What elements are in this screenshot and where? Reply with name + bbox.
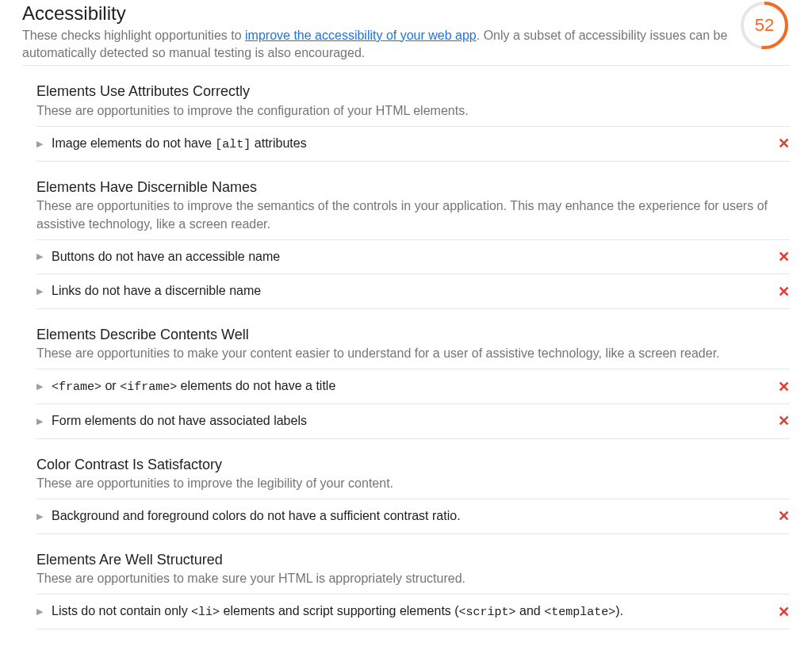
chevron-right-icon: ▶ <box>36 510 45 522</box>
audit-title: <frame> or <iframe> elements do not have… <box>52 377 335 396</box>
audit-group-header: Elements Have Discernible NamesThese are… <box>36 178 790 240</box>
audit-title: Background and foreground colors do not … <box>52 507 461 525</box>
audit-title: Links do not have a discernible name <box>52 282 261 300</box>
chevron-right-icon: ▶ <box>36 415 45 427</box>
audit-group: Elements Have Discernible NamesThese are… <box>22 178 790 309</box>
chevron-right-icon: ▶ <box>36 250 45 262</box>
audit-row[interactable]: ▶Form elements do not have associated la… <box>36 404 790 438</box>
audit-title: Image elements do not have [alt] attribu… <box>52 135 307 153</box>
fail-icon: ✕ <box>778 380 790 394</box>
page-description: These checks highlight opportunities to … <box>22 27 730 63</box>
audit-group: Color Contrast Is SatisfactoryThese are … <box>22 455 790 534</box>
chevron-right-icon: ▶ <box>36 606 45 618</box>
report-header: Accessibility These checks highlight opp… <box>22 0 790 66</box>
audit-group: Elements Are Well StructuredThese are op… <box>22 550 790 630</box>
score-value: 52 <box>739 0 790 51</box>
audit-row[interactable]: ▶<frame> or <iframe> elements do not hav… <box>36 369 790 404</box>
fail-icon: ✕ <box>778 605 790 619</box>
audit-row[interactable]: ▶Links do not have a discernible name✕ <box>36 274 790 308</box>
audit-group-description: These are opportunities to make your con… <box>36 345 790 362</box>
audit-title: Lists do not contain only <li> elements … <box>52 602 623 621</box>
audit-group: Elements Describe Contents WellThese are… <box>22 325 790 439</box>
audit-group-header: Color Contrast Is SatisfactoryThese are … <box>36 455 790 500</box>
audit-group-title: Elements Are Well Structured <box>36 550 790 570</box>
audit-row[interactable]: ▶Lists do not contain only <li> elements… <box>36 595 790 629</box>
audit-title: Form elements do not have associated lab… <box>52 412 307 430</box>
fail-icon: ✕ <box>778 285 790 299</box>
chevron-right-icon: ▶ <box>36 380 45 392</box>
audit-group-description: These are opportunities to improve the s… <box>36 197 790 233</box>
audit-group-title: Elements Use Attributes Correctly <box>36 82 790 101</box>
audit-title: Buttons do not have an accessible name <box>52 248 280 266</box>
fail-icon: ✕ <box>778 414 790 428</box>
audit-group-description: These are opportunities to improve the c… <box>36 102 790 120</box>
chevron-right-icon: ▶ <box>36 138 45 150</box>
audit-group-title: Elements Describe Contents Well <box>36 325 790 345</box>
page-title: Accessibility <box>22 0 730 27</box>
audit-row[interactable]: ▶Buttons do not have an accessible name✕ <box>36 240 790 274</box>
accessibility-docs-link[interactable]: improve the accessibility of your web ap… <box>245 29 477 42</box>
fail-icon: ✕ <box>778 136 790 151</box>
audit-group-header: Elements Use Attributes CorrectlyThese a… <box>36 82 790 127</box>
audit-row[interactable]: ▶Background and foreground colors do not… <box>36 499 790 533</box>
audit-group-title: Elements Have Discernible Names <box>36 178 790 197</box>
audit-group-title: Color Contrast Is Satisfactory <box>36 455 790 475</box>
page-description-pre: These checks highlight opportunities to <box>22 29 245 42</box>
audit-group: Elements Use Attributes CorrectlyThese a… <box>22 82 790 162</box>
audit-group-description: These are opportunities to make sure you… <box>36 570 790 587</box>
score-gauge: 52 <box>739 0 790 51</box>
audit-group-header: Elements Describe Contents WellThese are… <box>36 325 790 370</box>
fail-icon: ✕ <box>778 509 790 523</box>
fail-icon: ✕ <box>778 250 790 264</box>
audit-row[interactable]: ▶Image elements do not have [alt] attrib… <box>36 127 790 162</box>
chevron-right-icon: ▶ <box>36 285 45 297</box>
audit-group-header: Elements Are Well StructuredThese are op… <box>36 550 790 595</box>
audit-group-description: These are opportunities to improve the l… <box>36 475 790 492</box>
